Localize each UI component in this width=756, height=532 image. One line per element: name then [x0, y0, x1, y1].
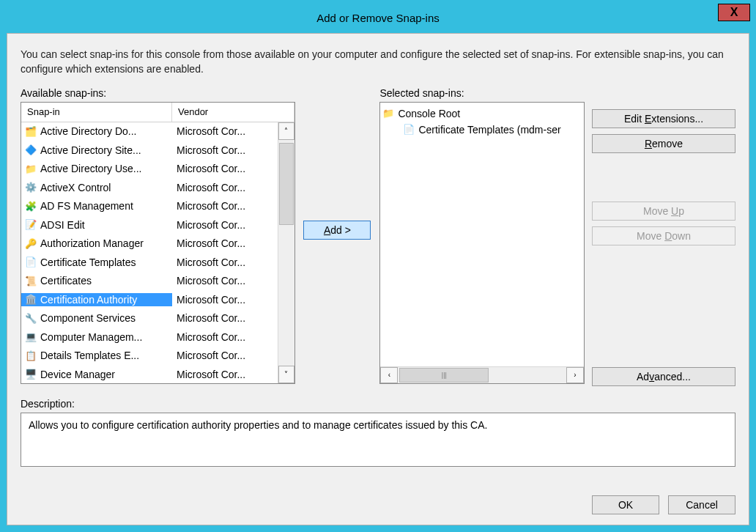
spacer: [592, 87, 735, 103]
snapin-name-cell: 📜Certificates: [21, 274, 172, 287]
scroll-down-button[interactable]: ˅: [278, 366, 294, 383]
snapin-name: Active Directory Do...: [40, 125, 136, 137]
selected-tree[interactable]: 📁 Console Root 📄 Certificate Templates (…: [379, 102, 585, 384]
snapin-vendor: Microsoft Cor...: [172, 331, 278, 343]
movedown-post: own: [672, 230, 691, 242]
snapin-vendor: Microsoft Cor...: [172, 163, 278, 174]
hscroll-thumb[interactable]: |||: [399, 368, 489, 383]
add-underline: A: [324, 224, 330, 236]
snapin-vendor: Microsoft Cor...: [172, 312, 278, 324]
header-snapin[interactable]: Snap-in: [21, 103, 172, 122]
advanced-button[interactable]: Advanced...: [592, 367, 735, 386]
snapin-icon: 📝: [24, 218, 37, 232]
available-list[interactable]: Snap-in Vendor 🗂️Active Directory Do...M…: [21, 102, 295, 384]
moveup-pre: Move: [643, 205, 671, 217]
ok-button[interactable]: OK: [592, 495, 659, 514]
snapin-row[interactable]: 📁Active Directory Use...Microsoft Cor...: [21, 160, 278, 179]
snapin-name: Certificate Templates: [40, 256, 136, 268]
snapin-name: Component Services: [40, 312, 136, 324]
snapin-name: ADSI Edit: [40, 219, 85, 231]
dialog-window: Add or Remove Snap-ins X You can select …: [0, 0, 756, 532]
snapin-icon: 🔑: [24, 237, 37, 250]
add-rest: dd >: [330, 224, 351, 236]
snapin-icon: 💻: [24, 330, 37, 344]
snapin-vendor: Microsoft Cor...: [172, 369, 278, 380]
chevron-right-icon: ›: [574, 371, 576, 379]
snapin-icon: 🔷: [24, 144, 37, 157]
snapin-icon: 🏛️: [24, 293, 37, 306]
snapin-name-cell: 📄Certificate Templates: [21, 256, 172, 269]
cancel-button[interactable]: Cancel: [668, 495, 735, 514]
snapin-row[interactable]: 📜CertificatesMicrosoft Cor...: [21, 272, 278, 291]
snapin-name: Certification Authority: [40, 294, 137, 306]
snapin-row[interactable]: 🔧Component ServicesMicrosoft Cor...: [21, 309, 278, 328]
tree-root[interactable]: 📁 Console Root: [382, 106, 582, 122]
close-button[interactable]: X: [718, 4, 750, 21]
snapin-icon: 🖥️: [24, 368, 37, 381]
vertical-scrollbar[interactable]: ˄ ˅: [278, 122, 294, 383]
edit-extensions-button[interactable]: Edit Extensions...: [592, 109, 735, 128]
add-button[interactable]: Add >: [303, 221, 371, 240]
snapin-row[interactable]: 💻Computer Managem...Microsoft Cor...: [21, 328, 278, 347]
snapin-icon: 📋: [24, 349, 37, 362]
horizontal-scrollbar[interactable]: ‹ ||| ›: [380, 366, 584, 383]
selected-label: Selected snap-ins:: [379, 87, 585, 99]
snapin-icon: 🗂️: [24, 125, 37, 138]
remove-post: emove: [652, 138, 683, 149]
main-columns: Available snap-ins: Snap-in Vendor 🗂️Act…: [21, 87, 735, 386]
snapin-row[interactable]: 🧩AD FS ManagementMicrosoft Cor...: [21, 197, 278, 216]
snapin-name-cell: 🔷Active Directory Site...: [21, 144, 172, 157]
snapin-icon: 📁: [24, 162, 37, 175]
snapin-vendor: Microsoft Cor...: [172, 125, 278, 137]
snapin-row[interactable]: 🔷Active Directory Site...Microsoft Cor..…: [21, 141, 278, 160]
snapin-name-cell: 🏛️Certification Authority: [21, 293, 172, 306]
header-vendor[interactable]: Vendor: [172, 103, 294, 122]
snapin-row[interactable]: 🗂️Active Directory Do...Microsoft Cor...: [21, 122, 278, 141]
snapin-name-cell: 📁Active Directory Use...: [21, 162, 172, 175]
snapin-icon: 📄: [24, 256, 37, 269]
snapin-vendor: Microsoft Cor...: [172, 275, 278, 287]
scroll-right-button[interactable]: ›: [566, 367, 584, 383]
snapin-row[interactable]: 🔑Authorization ManagerMicrosoft Cor...: [21, 234, 278, 254]
middle-column: Add >: [303, 87, 373, 373]
list-body: 🗂️Active Directory Do...Microsoft Cor...…: [21, 122, 294, 383]
snapin-name: Device Manager: [40, 369, 115, 380]
scroll-track[interactable]: [278, 140, 294, 366]
snapin-name: ActiveX Control: [40, 182, 111, 193]
tree-body: 📁 Console Root 📄 Certificate Templates (…: [380, 103, 584, 366]
snapin-name-cell: 💻Computer Managem...: [21, 330, 172, 344]
snapin-name: Authorization Manager: [40, 237, 144, 249]
scroll-thumb[interactable]: [279, 143, 294, 225]
snapin-row[interactable]: 🖥️Device ManagerMicrosoft Cor...: [21, 365, 278, 383]
tree-child[interactable]: 📄 Certificate Templates (mdm-ser: [382, 122, 582, 138]
snapin-name-cell: 🔧Component Services: [21, 311, 172, 325]
grip-icon: |||: [442, 372, 447, 379]
snapin-icon: 🧩: [24, 199, 37, 213]
scroll-up-button[interactable]: ˄: [278, 122, 294, 140]
edit-ext-underline: E: [645, 113, 651, 125]
snapin-name-cell: ⚙️ActiveX Control: [21, 181, 172, 194]
move-up-button: Move Up: [592, 202, 735, 221]
snapin-row[interactable]: 📄Certificate TemplatesMicrosoft Cor...: [21, 253, 278, 272]
description-box: Allows you to configure certification au…: [21, 413, 735, 467]
hscroll-track[interactable]: |||: [398, 367, 566, 383]
edit-ext-post: xtensions...: [651, 113, 703, 125]
scroll-left-button[interactable]: ‹: [380, 367, 398, 383]
chevron-down-icon: ˅: [284, 370, 288, 378]
adv-post: anced...: [654, 371, 691, 383]
moveup-underline: U: [671, 205, 678, 217]
edit-ext-pre: Edit: [624, 113, 645, 125]
snapin-icon: 🔧: [24, 311, 37, 325]
snapin-row[interactable]: ⚙️ActiveX ControlMicrosoft Cor...: [21, 178, 278, 197]
list-header-row: Snap-in Vendor: [21, 103, 294, 122]
snapin-row[interactable]: 🏛️Certification AuthorityMicrosoft Cor..…: [21, 290, 278, 309]
chevron-left-icon: ‹: [388, 371, 390, 379]
remove-button[interactable]: Remove: [592, 134, 735, 153]
snapin-name-cell: 🔑Authorization Manager: [21, 237, 172, 250]
snapin-row[interactable]: 📝ADSI EditMicrosoft Cor...: [21, 215, 278, 234]
snapin-row[interactable]: 📋Details Templates E...Microsoft Cor...: [21, 347, 278, 366]
remove-underline: R: [645, 138, 652, 149]
snapin-vendor: Microsoft Cor...: [172, 350, 278, 361]
spacer: [592, 159, 735, 196]
action-column: Edit Extensions... Remove Move Up Move D…: [592, 87, 735, 386]
